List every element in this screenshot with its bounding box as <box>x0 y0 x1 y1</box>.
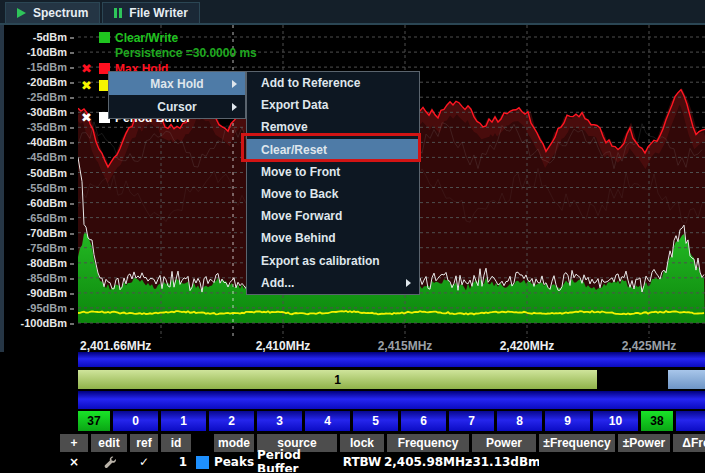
channel-button-8[interactable]: 8 <box>497 411 542 431</box>
band-overview: 1 <box>78 370 705 389</box>
menu-item-export-as-calibration[interactable]: Export as calibration <box>247 250 419 272</box>
y-axis-label: -55dBm <box>2 182 74 194</box>
channel-button-37[interactable]: 37 <box>78 411 110 431</box>
menu-item-label: Add to Reference <box>261 76 360 90</box>
ref-checkbox[interactable]: ✓ <box>130 453 158 471</box>
y-axis-label: -5dBm <box>2 31 74 43</box>
menu-item-label: Remove <box>261 120 308 134</box>
spectrum-analyzer-window: SpectrumFile Writer -5dBm-10dBm-15dBm-20… <box>0 0 705 473</box>
channel-button-4[interactable]: 4 <box>305 411 350 431</box>
tab-label: Spectrum <box>33 6 88 20</box>
play-icon <box>17 8 26 18</box>
band-segment-label: 1 <box>334 373 341 387</box>
x-axis-label: 2,420MHz <box>482 339 572 353</box>
menu-item-cursor[interactable]: Cursor <box>109 95 245 118</box>
y-axis-label: -30dBm <box>2 106 74 118</box>
y-axis-label: -50dBm <box>2 167 74 179</box>
column-header-±power: ±Power <box>618 434 670 452</box>
menu-item-add-[interactable]: Add... <box>247 272 419 294</box>
edit-marker-button[interactable] <box>91 453 127 471</box>
marker-color-swatch[interactable] <box>194 453 211 471</box>
y-axis-label-text: -70dBm <box>27 227 67 239</box>
column-header-swatch <box>194 434 211 452</box>
x-axis-label: 2,425MHz <box>604 339 694 353</box>
channel-button-2[interactable]: 2 <box>209 411 254 431</box>
channel-button-row: 3701234567891038 <box>78 411 705 431</box>
legend-label: Clear/Write <box>115 31 178 45</box>
y-axis-label-text: -55dBm <box>27 182 67 194</box>
channel-button-10[interactable]: 10 <box>593 411 638 431</box>
axis-tick <box>70 82 74 84</box>
y-axis-label-text: -100dBm <box>21 317 67 329</box>
y-axis-label: -25dBm <box>2 91 74 103</box>
menu-item-label: Move to Back <box>261 187 338 201</box>
frequency-scrollbar-top[interactable] <box>78 352 705 367</box>
marker-source-cell[interactable]: Period Buffer <box>257 453 337 471</box>
menu-item-add-to-reference[interactable]: Add to Reference <box>247 72 419 94</box>
tab-file-writer[interactable]: File Writer <box>102 2 199 23</box>
channel-button-6[interactable]: 6 <box>401 411 446 431</box>
axis-tick <box>70 308 74 310</box>
axis-tick <box>70 157 74 159</box>
y-axis-label: -85dBm <box>2 272 74 284</box>
axis-tick <box>70 188 74 190</box>
frequency-scrollbar-bottom[interactable] <box>78 391 705 409</box>
marker-delta-frequency-cell <box>673 453 705 471</box>
x-axis-label: 2,410MHz <box>238 339 328 353</box>
axis-tick <box>70 127 74 129</box>
band-segment-blue[interactable] <box>668 370 705 389</box>
axis-tick <box>70 112 74 114</box>
y-axis-label-text: -75dBm <box>27 242 67 254</box>
axis-tick <box>70 52 74 54</box>
submenu-arrow-icon <box>232 80 237 88</box>
axis-tick <box>70 233 74 235</box>
axis-tick <box>70 278 74 280</box>
menu-item-remove[interactable]: Remove <box>247 116 419 138</box>
y-axis-label-text: -25dBm <box>27 91 67 103</box>
context-menu: Max HoldCursor <box>108 71 246 119</box>
x-axis-label: 2,415MHz <box>360 339 450 353</box>
close-icon[interactable]: ✖ <box>79 62 94 76</box>
legend-row: Clear/Write <box>79 30 178 45</box>
tab-spectrum[interactable]: Spectrum <box>5 2 100 23</box>
channel-button-38[interactable]: 38 <box>641 411 673 431</box>
y-axis-label: -70dBm <box>2 227 74 239</box>
tab-bar: SpectrumFile Writer <box>0 0 705 25</box>
menu-item-label: Move Behind <box>261 231 336 245</box>
channel-button-0[interactable]: 0 <box>113 411 158 431</box>
menu-item-export-data[interactable]: Export Data <box>247 94 419 116</box>
band-segment-1[interactable]: 1 <box>78 370 597 389</box>
axis-tick <box>70 218 74 220</box>
y-axis-label: -40dBm <box>2 136 74 148</box>
menu-item-move-forward[interactable]: Move Forward <box>247 205 419 227</box>
marker-frequency-cell: 2,405.98MHz <box>387 453 469 471</box>
menu-item-move-to-back[interactable]: Move to Back <box>247 183 419 205</box>
menu-item-max-hold[interactable]: Max Hold <box>109 72 245 95</box>
channel-button-1[interactable]: 1 <box>161 411 206 431</box>
menu-item-clear-reset[interactable]: Clear/Reset <box>247 139 419 161</box>
channel-button-3[interactable]: 3 <box>257 411 302 431</box>
channel-button-5[interactable]: 5 <box>353 411 398 431</box>
menu-item-move-behind[interactable]: Move Behind <box>247 227 419 249</box>
marker-mode-cell[interactable]: Peaks <box>214 453 254 471</box>
menu-item-move-to-front[interactable]: Move to Front <box>247 161 419 183</box>
close-icon[interactable]: ✖ <box>79 79 94 93</box>
legend-label: Persistence =30.0000 ms <box>115 46 257 60</box>
x-axis-label: 2,401.66MHz <box>80 339 151 353</box>
y-axis-label: -80dBm <box>2 257 74 269</box>
close-icon[interactable]: ✖ <box>79 111 94 125</box>
marker-lock-cell[interactable]: RTBW <box>340 453 384 471</box>
column-header-δfre: ΔFre <box>673 434 705 452</box>
y-axis-label: -20dBm <box>2 76 74 88</box>
channel-button-9[interactable]: 9 <box>545 411 590 431</box>
axis-tick <box>70 37 74 39</box>
delete-marker-button[interactable]: × <box>60 453 88 471</box>
column-header-frequency: Frequency <box>387 434 469 452</box>
column-header-+[interactable]: + <box>60 434 88 452</box>
menu-item-label: Clear/Reset <box>261 143 327 157</box>
y-axis-label: -60dBm <box>2 197 74 209</box>
menu-item-label: Cursor <box>157 100 196 114</box>
channel-button-7[interactable]: 7 <box>449 411 494 431</box>
column-header-ref: ref <box>130 434 158 452</box>
marker-table-header: +editrefidmodesourcelockFrequencyPower±F… <box>60 434 705 452</box>
